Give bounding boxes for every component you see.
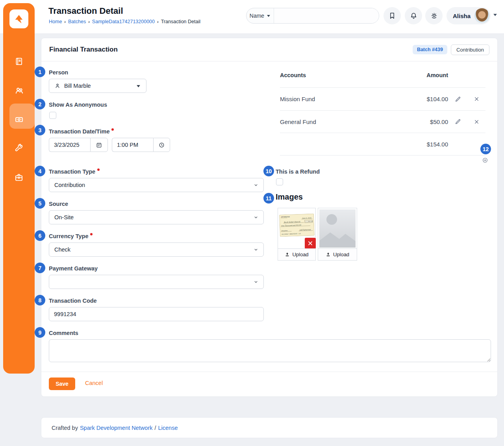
person-value: Bill Marble	[64, 83, 91, 89]
rock-arrow-icon	[13, 13, 25, 25]
panel-footer: Save Cancel	[41, 372, 497, 397]
transaction-detail-page: Transaction Detail Home › Batches › Samp…	[0, 0, 504, 446]
date-input[interactable]	[49, 138, 90, 152]
sun-icon	[430, 12, 438, 20]
financial-transaction-panel: Financial Transaction Batch #439 Contrib…	[41, 38, 498, 397]
refund-checkbox[interactable]	[276, 178, 283, 185]
delete-account-button[interactable]	[474, 96, 479, 102]
person-icon	[54, 83, 61, 89]
delete-account-button[interactable]	[474, 119, 479, 124]
breadcrumb: Home › Batches › SampleData1742713200000…	[49, 19, 200, 24]
upload-button[interactable]: Upload	[278, 248, 315, 260]
search-filter-dropdown[interactable]: Name	[246, 8, 274, 23]
breadcrumb-home[interactable]: Home	[49, 19, 62, 24]
save-button[interactable]: Save	[49, 378, 75, 390]
date-picker-button[interactable]	[90, 138, 108, 152]
bell-icon	[410, 12, 418, 20]
required-indicator	[97, 168, 100, 171]
briefcase-icon	[14, 172, 24, 183]
image-placeholder	[318, 208, 357, 249]
accounts-total: $154.00	[403, 141, 448, 148]
check-image: Jeff Patterson June 8, 2025 Rock Solid C…	[278, 208, 315, 249]
user-caret-icon[interactable]	[493, 13, 497, 17]
breadcrumb-separator: ›	[157, 19, 159, 24]
sidebar-item-finance[interactable]	[3, 114, 35, 124]
sidebar-item-admin-tools[interactable]	[3, 143, 35, 154]
account-row: Mission Fund $104.00	[280, 88, 485, 111]
people-icon	[14, 85, 24, 96]
search-input[interactable]	[274, 8, 379, 23]
required-indicator	[111, 128, 114, 131]
chevron-down-icon	[253, 182, 259, 188]
license-link[interactable]: License	[158, 425, 178, 431]
page-title: Transaction Detail	[48, 6, 123, 16]
breadcrumb-batch-name[interactable]: SampleData1742713200000	[92, 19, 155, 24]
currency-type-select[interactable]: Check	[49, 242, 264, 257]
time-input[interactable]	[112, 138, 153, 152]
rock-logo[interactable]	[9, 9, 28, 28]
upload-icon	[285, 252, 290, 257]
x-icon	[474, 96, 479, 102]
currency-type-value: Check	[54, 246, 70, 253]
panel-title: Financial Transaction	[49, 46, 413, 54]
comments-textarea[interactable]	[49, 339, 491, 362]
add-account-button[interactable]	[482, 157, 488, 163]
images-heading: Images	[276, 192, 303, 202]
person-picker[interactable]: Bill Marble	[49, 79, 146, 93]
notifications-button[interactable]	[405, 7, 422, 24]
caret-down-icon	[136, 84, 141, 88]
image-tile-check: Jeff Patterson June 8, 2025 Rock Solid C…	[278, 208, 316, 261]
breadcrumb-separator: ›	[88, 19, 90, 24]
search-filter-label: Name	[250, 13, 264, 19]
anonymous-checkbox[interactable]	[49, 112, 56, 119]
account-amount: $104.00	[403, 96, 448, 102]
account-row: General Fund $50.00	[280, 111, 485, 133]
annotation-badge-9: 9	[35, 327, 45, 338]
source-select[interactable]: On-Site	[49, 210, 264, 224]
sidebar-item-people-directory[interactable]	[3, 56, 35, 67]
accounts-table-header: Accounts Amount	[280, 72, 485, 88]
bookmark-button[interactable]	[384, 7, 401, 24]
cancel-button[interactable]: Cancel	[85, 380, 103, 386]
account-name: Mission Fund	[280, 96, 403, 102]
chevron-down-icon	[253, 215, 259, 220]
time-picker-button[interactable]	[153, 138, 170, 152]
transaction-type-value: Contribution	[54, 182, 85, 188]
transaction-code-input[interactable]	[49, 307, 264, 321]
x-icon	[474, 119, 479, 124]
time-input-group	[112, 138, 170, 152]
annotation-badge-10: 10	[263, 166, 274, 176]
user-name: Alisha	[453, 13, 471, 19]
breadcrumb-separator: ›	[64, 19, 66, 24]
footer-separator: /	[154, 425, 156, 431]
annotation-badge-6: 6	[35, 230, 45, 241]
spark-development-network-link[interactable]: Spark Development Network	[80, 425, 153, 431]
global-search: Name	[246, 8, 379, 24]
batch-badge[interactable]: Batch #439	[413, 45, 447, 54]
account-amount: $50.00	[403, 118, 448, 125]
transaction-type-select[interactable]: Contribution	[49, 178, 264, 192]
bookmark-icon	[388, 12, 396, 20]
edit-account-button[interactable]	[455, 96, 461, 102]
datetime-label: Transaction Date/Time	[49, 128, 114, 135]
payment-gateway-select[interactable]	[49, 275, 264, 289]
transaction-type-badge: Contribution	[451, 44, 489, 55]
refund-label: This is a Refund	[276, 168, 320, 175]
annotation-badge-3: 3	[35, 125, 45, 135]
theme-toggle-button[interactable]	[425, 7, 443, 24]
accounts-total-row: $154.00	[280, 133, 485, 155]
breadcrumb-batches[interactable]: Batches	[68, 19, 86, 24]
user-menu[interactable]: Alisha	[447, 7, 491, 24]
sidebar-item-work[interactable]	[3, 172, 35, 183]
edit-account-button[interactable]	[455, 118, 461, 125]
placeholder-mountain	[319, 225, 356, 248]
money-icon	[14, 114, 24, 125]
remove-image-button[interactable]	[305, 238, 316, 249]
upload-button[interactable]: Upload	[318, 248, 357, 260]
sidebar-item-groups[interactable]	[3, 85, 35, 96]
annotation-badge-8: 8	[35, 295, 45, 305]
wrench-icon	[14, 143, 24, 154]
annotation-badge-1: 1	[35, 67, 45, 77]
comments-label: Comments	[49, 330, 78, 336]
breadcrumb-current: Transaction Detail	[161, 19, 200, 24]
